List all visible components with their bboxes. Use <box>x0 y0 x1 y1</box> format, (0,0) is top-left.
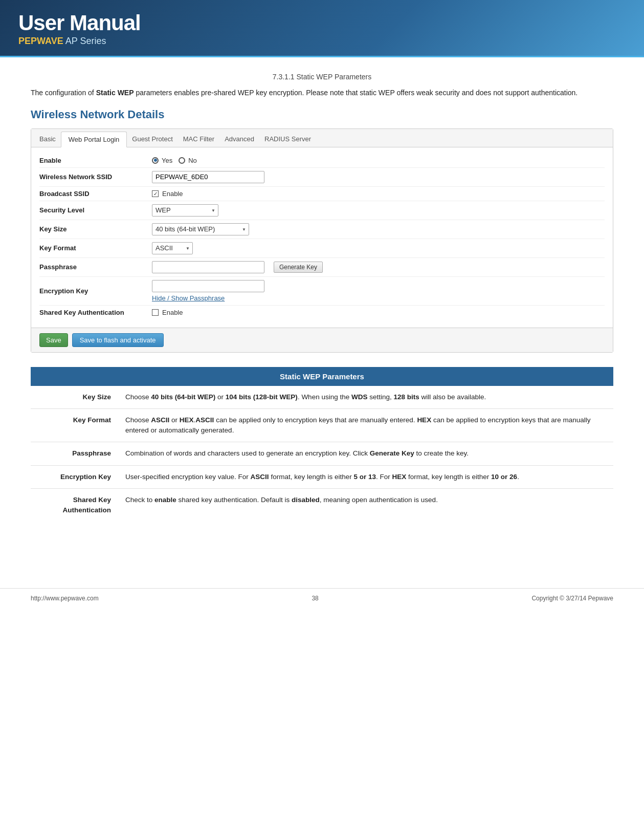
param-row-key-format: Key Format Choose ASCII or HEX.ASCII can… <box>31 408 613 442</box>
generate-key-button[interactable]: Generate Key <box>274 262 323 273</box>
series-text: AP Series <box>65 36 106 46</box>
tab-guest-protect[interactable]: Guest Protect <box>127 132 177 147</box>
passphrase-value: Generate Key <box>152 261 605 273</box>
security-level-select[interactable]: WEP <box>152 204 218 217</box>
tab-radius-server[interactable]: RADIUS Server <box>259 132 316 147</box>
enable-label: Enable <box>39 157 152 164</box>
radio-yes-dot <box>152 157 159 164</box>
shared-key-auth-checkbox[interactable]: Enable <box>152 309 183 316</box>
param-desc-shared-key-auth: Check to enable shared key authenticatio… <box>120 488 613 522</box>
broadcast-ssid-row: Broadcast SSID Enable <box>39 187 605 201</box>
key-format-select[interactable]: ASCII <box>152 242 193 254</box>
param-name-encryption-key: Encryption Key <box>31 465 120 488</box>
tab-bar: Basic Web Portal Login Guest Protect MAC… <box>31 129 613 147</box>
manual-title: User Manual <box>18 11 626 35</box>
hide-show-passphrase-link[interactable]: Hide / Show Passphrase <box>152 294 225 302</box>
params-table-header: Static WEP Parameters <box>31 367 613 386</box>
passphrase-row: Passphrase Generate Key <box>39 258 605 277</box>
key-format-label: Key Format <box>39 244 152 252</box>
radio-yes[interactable]: Yes <box>152 157 172 164</box>
wireless-network-title: Wireless Network Details <box>31 108 613 121</box>
shared-key-auth-checkbox-box <box>152 309 159 316</box>
form-body: Enable Yes No Wirele <box>31 147 613 328</box>
param-desc-key-format: Choose ASCII or HEX.ASCII can be applied… <box>120 408 613 442</box>
param-name-key-format: Key Format <box>31 408 120 442</box>
tab-mac-filter[interactable]: MAC Filter <box>178 132 219 147</box>
section-number: 7.3.1.1 Static WEP Parameters <box>31 73 613 81</box>
encryption-key-input[interactable] <box>152 280 264 292</box>
ssid-value <box>152 171 605 183</box>
page-header: User Manual PEPWAVE AP Series <box>0 0 644 57</box>
encryption-key-row: Encryption Key Hide / Show Passphrase <box>39 277 605 306</box>
form-buttons-row: Save Save to flash and activate <box>31 328 613 352</box>
save-button[interactable]: Save <box>39 333 68 347</box>
ssid-input[interactable] <box>152 171 264 183</box>
enable-value: Yes No <box>152 157 605 164</box>
param-row-shared-key-auth: Shared Key Authentication Check to enabl… <box>31 488 613 522</box>
shared-key-auth-label: Shared Key Authentication <box>39 309 152 316</box>
broadcast-ssid-checkbox[interactable]: Enable <box>152 190 183 198</box>
shared-key-auth-value: Enable <box>152 309 605 316</box>
wireless-form-panel: Basic Web Portal Login Guest Protect MAC… <box>31 128 613 353</box>
page-footer: http://www.pepwave.com 38 Copyright © 3/… <box>0 588 644 608</box>
intro-text-after: parameters enables pre-shared WEP key en… <box>136 89 578 97</box>
key-size-row: Key Size 40 bits (64-bit WEP) <box>39 220 605 239</box>
radio-no-label: No <box>188 157 197 164</box>
passphrase-label: Passphrase <box>39 263 152 271</box>
intro-paragraph: The configuration of Static WEP paramete… <box>31 87 613 98</box>
broadcast-ssid-label: Broadcast SSID <box>39 190 152 198</box>
radio-yes-label: Yes <box>162 157 172 164</box>
broadcast-ssid-checkbox-box <box>152 190 159 197</box>
security-level-label: Security Level <box>39 206 152 214</box>
save-activate-button[interactable]: Save to flash and activate <box>72 333 164 347</box>
param-name-shared-key-auth: Shared Key Authentication <box>31 488 120 522</box>
key-size-value: 40 bits (64-bit WEP) <box>152 223 605 235</box>
security-level-value: WEP <box>152 204 605 217</box>
footer-page-number: 38 <box>312 595 318 602</box>
key-size-label: Key Size <box>39 225 152 233</box>
tab-web-portal-login[interactable]: Web Portal Login <box>61 132 127 147</box>
broadcast-ssid-value: Enable <box>152 190 605 198</box>
tab-basic[interactable]: Basic <box>34 132 61 147</box>
key-format-row: Key Format ASCII <box>39 239 605 258</box>
footer-url: http://www.pepwave.com <box>31 595 99 602</box>
static-wep-params-table: Static WEP Parameters Key Size Choose 40… <box>31 367 613 522</box>
radio-no-dot <box>179 157 185 164</box>
param-row-passphrase: Passphrase Combination of words and char… <box>31 442 613 465</box>
footer-copyright: Copyright © 3/27/14 Pepwave <box>531 595 613 602</box>
header-subtitle: PEPWAVE AP Series <box>18 36 626 47</box>
encryption-key-label: Encryption Key <box>39 287 152 295</box>
intro-text-before: The configuration of <box>31 89 96 97</box>
param-row-key-size: Key Size Choose 40 bits (64-bit WEP) or … <box>31 386 613 409</box>
key-format-value: ASCII <box>152 242 605 254</box>
param-name-key-size: Key Size <box>31 386 120 409</box>
param-name-passphrase: Passphrase <box>31 442 120 465</box>
passphrase-input[interactable] <box>152 261 264 273</box>
param-desc-encryption-key: User-specified encryption key value. For… <box>120 465 613 488</box>
ssid-label: Wireless Network SSID <box>39 173 152 181</box>
brand-name: PEPWAVE <box>18 36 63 46</box>
param-desc-passphrase: Combination of words and characters used… <box>120 442 613 465</box>
key-size-select[interactable]: 40 bits (64-bit WEP) <box>152 223 249 235</box>
encryption-key-value: Hide / Show Passphrase <box>152 280 605 302</box>
broadcast-ssid-text: Enable <box>162 190 183 198</box>
param-desc-key-size: Choose 40 bits (64-bit WEP) or 104 bits … <box>120 386 613 409</box>
shared-key-auth-text: Enable <box>162 309 183 316</box>
tab-advanced[interactable]: Advanced <box>219 132 259 147</box>
radio-no[interactable]: No <box>179 157 197 164</box>
enable-row: Enable Yes No <box>39 154 605 168</box>
param-row-encryption-key: Encryption Key User-specified encryption… <box>31 465 613 488</box>
enable-radio-group: Yes No <box>152 157 197 164</box>
intro-bold-term: Static WEP <box>96 89 134 97</box>
security-level-row: Security Level WEP <box>39 201 605 220</box>
shared-key-auth-row: Shared Key Authentication Enable <box>39 306 605 319</box>
ssid-row: Wireless Network SSID <box>39 168 605 187</box>
main-content: 7.3.1.1 Static WEP Parameters The config… <box>0 57 644 557</box>
